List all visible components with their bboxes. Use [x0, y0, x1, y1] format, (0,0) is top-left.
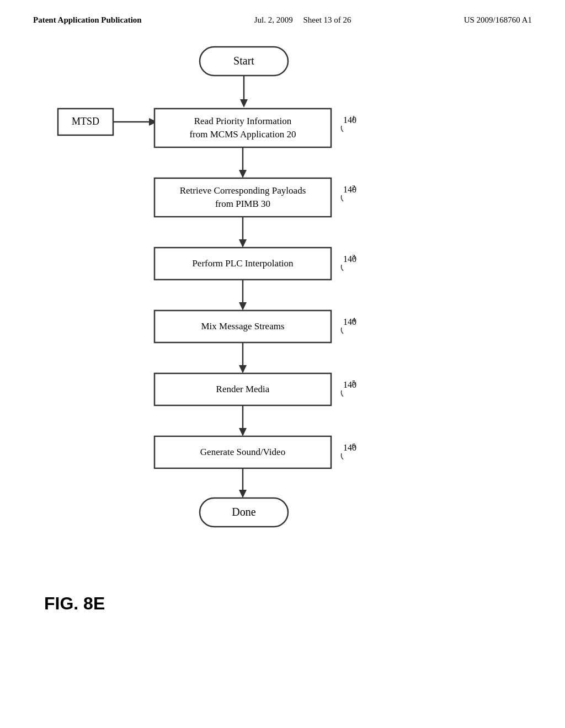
svg-marker-20: [239, 428, 247, 436]
svg-rect-6: [154, 109, 331, 147]
svg-marker-11: [239, 239, 247, 248]
step5-label: Render Media: [216, 384, 270, 394]
step1-line1: Read Priority Information: [194, 116, 292, 126]
step6-sub: 6: [352, 442, 355, 449]
step6-label: Generate Sound/Video: [200, 447, 285, 457]
patent-number-label: US 2009/168760 A1: [464, 15, 532, 25]
fig-label: FIG. 8E: [44, 593, 105, 613]
done-label: Done: [232, 506, 255, 518]
svg-marker-2: [240, 99, 248, 108]
svg-marker-23: [239, 490, 247, 498]
diagram-area: Start MTSD Read Priority Information fro…: [0, 30, 565, 692]
start-label: Start: [233, 55, 254, 67]
date-sheet-label: Jul. 2, 2009 Sheet 13 of 26: [254, 15, 351, 25]
step1-sub: 1: [352, 114, 355, 122]
svg-rect-9: [154, 178, 331, 217]
page-header: Patent Application Publication Jul. 2, 2…: [0, 0, 565, 30]
step3-label: Perform PLC Interpolation: [192, 258, 294, 269]
svg-marker-17: [239, 365, 247, 373]
step5-sub: 5: [352, 379, 355, 387]
date-label: Jul. 2, 2009: [254, 15, 293, 24]
step4-sub: 4: [352, 316, 355, 324]
flowchart-svg: Start MTSD Read Priority Information fro…: [0, 30, 565, 681]
svg-marker-8: [239, 170, 247, 178]
step2-line2: from PIMB 30: [215, 199, 270, 209]
publication-label: Patent Application Publication: [33, 15, 142, 25]
step2-line1: Retrieve Corresponding Payloads: [180, 185, 306, 196]
mtsd-label: MTSD: [72, 116, 99, 127]
svg-marker-14: [239, 302, 247, 311]
step1-line2: from MCMS Application 20: [189, 129, 296, 140]
sheet-label: Sheet 13 of 26: [303, 15, 351, 24]
step4-label: Mix Message Streams: [201, 321, 284, 331]
step3-sub: 3: [352, 253, 355, 261]
step2-sub: 2: [352, 184, 355, 191]
